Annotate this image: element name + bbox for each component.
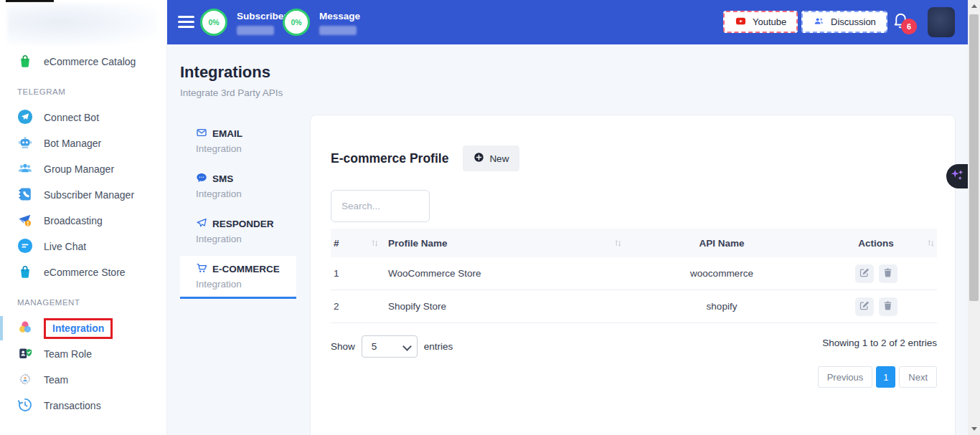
subscriber-stat: 0% Subscriber <box>200 9 288 36</box>
table-summary: Showing 1 to 2 of 2 entries <box>822 338 937 348</box>
discussion-people-icon <box>813 16 825 29</box>
delete-button[interactable] <box>879 297 897 316</box>
plus-circle-icon <box>473 152 484 165</box>
page-size-select[interactable]: 5 <box>362 335 418 358</box>
show-label: Show <box>331 341 355 352</box>
search-input[interactable] <box>331 190 430 222</box>
ecommerce-profile-panel: E-commerce Profile New # Profile Name AP… <box>310 115 956 435</box>
subscriber-stat-value-redacted <box>237 26 274 35</box>
column-header-num[interactable]: # <box>331 238 385 249</box>
user-avatar[interactable] <box>928 7 955 37</box>
api-name-cell: woocommerce <box>628 268 815 279</box>
sidebar-item-integration[interactable]: Integration <box>0 315 166 341</box>
integration-subnav: EMAIL Integration SMS Integration RESPON… <box>180 120 296 303</box>
hamburger-menu-icon[interactable] <box>178 16 194 28</box>
youtube-button[interactable]: Youtube <box>723 11 798 33</box>
sidebar-item-label: Team Role <box>44 348 92 360</box>
sidebar-item-transactions[interactable]: Transactions <box>0 393 166 419</box>
page-size-control: Show 5 entries <box>331 335 453 358</box>
scroll-up-arrow[interactable] <box>968 0 980 12</box>
sidebar-item-live-chat[interactable]: Live Chat <box>0 234 166 259</box>
sidebar-item-label: eCommerce Store <box>44 267 126 278</box>
subscriber-stat-label: Subscriber <box>237 9 288 21</box>
sort-icon <box>370 239 380 248</box>
table-header-row: # Profile Name API Name Actions <box>331 229 937 257</box>
sidebar-item-label-annotated: Integration <box>44 318 113 339</box>
app-logo-redacted <box>7 4 158 45</box>
edit-button[interactable] <box>855 264 874 283</box>
paper-plane-icon <box>196 217 207 231</box>
delete-button[interactable] <box>879 264 897 283</box>
edit-pencil-icon <box>859 267 870 280</box>
vertical-scrollbar[interactable] <box>968 0 980 435</box>
panel-heading: E-commerce Profile <box>331 151 448 166</box>
top-header: 0% Subscriber 0% Message Youtube Discuss… <box>167 0 968 44</box>
message-stat: 0% Message <box>283 9 360 36</box>
table-row: 1 WooCommerce Store woocommerce <box>331 257 937 290</box>
shopping-bag-icon <box>17 53 33 71</box>
api-name-cell: shopify <box>628 301 815 312</box>
sidebar-item-label: Live Chat <box>44 241 86 252</box>
sidebar-item-label: Team <box>44 374 68 386</box>
column-header-api-name[interactable]: API Name <box>628 238 815 249</box>
logo-top-bar <box>6 0 54 2</box>
previous-page-button[interactable]: Previous <box>818 366 873 388</box>
scrollbar-thumb[interactable] <box>969 14 979 301</box>
sidebar-item-bot-manager[interactable]: Bot Manager <box>0 130 166 156</box>
shopping-cart-icon <box>196 262 207 276</box>
sort-icon <box>613 239 623 248</box>
integration-circles-icon <box>17 320 33 338</box>
sparkles-icon <box>949 167 965 186</box>
gear-person-icon <box>17 371 33 389</box>
next-page-button[interactable]: Next <box>899 366 937 388</box>
message-progress-ring: 0% <box>283 9 310 36</box>
sidebar: eCommerce Catalog TELEGRAM Connect Bot B… <box>0 0 167 435</box>
sidebar-section-telegram: TELEGRAM <box>0 75 166 105</box>
contact-book-icon <box>17 186 33 204</box>
new-profile-button[interactable]: New <box>463 145 519 171</box>
sidebar-item-team-role[interactable]: Team Role <box>0 341 166 367</box>
current-page-button[interactable]: 1 <box>876 366 895 388</box>
sidebar-section-management: MANAGEMENT <box>0 285 166 315</box>
sidebar-item-broadcasting[interactable]: Broadcasting <box>0 208 166 234</box>
sidebar-item-label: Broadcasting <box>44 215 103 226</box>
column-header-profile-name[interactable]: Profile Name <box>385 238 628 249</box>
message-stat-value-redacted <box>319 26 357 35</box>
sidebar-item-label: eCommerce Catalog <box>44 56 136 67</box>
tab-responder-integration[interactable]: RESPONDER Integration <box>180 211 296 252</box>
notification-count-badge: 6 <box>901 19 917 34</box>
sidebar-item-ecommerce-catalog[interactable]: eCommerce Catalog <box>0 49 166 75</box>
sidebar-item-ecommerce-store[interactable]: eCommerce Store <box>0 259 166 285</box>
tab-email-integration[interactable]: EMAIL Integration <box>180 120 296 161</box>
trash-icon <box>882 300 893 313</box>
sidebar-item-connect-bot[interactable]: Connect Bot <box>0 105 166 130</box>
table-row: 2 Shopify Store shopify <box>331 290 937 323</box>
tab-sms-integration[interactable]: SMS Integration <box>180 166 296 206</box>
page-subtitle: Integrate 3rd Party APIs <box>180 87 283 98</box>
sidebar-item-group-manager[interactable]: Group Manager <box>0 156 166 182</box>
sidebar-menu: eCommerce Catalog TELEGRAM Connect Bot B… <box>0 49 166 419</box>
telegram-plane-icon <box>17 109 33 127</box>
column-header-actions[interactable]: Actions <box>815 238 937 249</box>
row-number: 1 <box>331 268 385 279</box>
history-clock-icon <box>17 397 33 415</box>
page-title: Integrations <box>180 63 270 82</box>
pagination: Previous 1 Next <box>331 366 937 388</box>
sidebar-item-team[interactable]: Team <box>0 367 166 393</box>
trash-icon <box>882 267 893 280</box>
ai-assistant-fab[interactable] <box>946 164 968 188</box>
envelope-icon <box>196 127 207 140</box>
sidebar-item-label: Subscriber Manager <box>44 189 134 201</box>
sidebar-item-label: Group Manager <box>44 163 114 175</box>
people-group-icon <box>17 161 33 178</box>
store-bag-icon <box>17 264 33 282</box>
discussion-button[interactable]: Discussion <box>801 11 887 33</box>
scroll-down-arrow[interactable] <box>968 423 980 435</box>
subscriber-progress-ring: 0% <box>200 9 227 36</box>
profiles-table: # Profile Name API Name Actions 1 WooCom… <box>331 229 937 323</box>
sidebar-item-subscriber-manager[interactable]: Subscriber Manager <box>0 182 166 208</box>
notification-bell[interactable]: 6 <box>892 11 913 34</box>
tab-ecommerce-integration[interactable]: E-COMMERCE Integration <box>180 256 296 299</box>
chat-bubble-icon <box>17 238 33 256</box>
edit-button[interactable] <box>855 297 874 316</box>
